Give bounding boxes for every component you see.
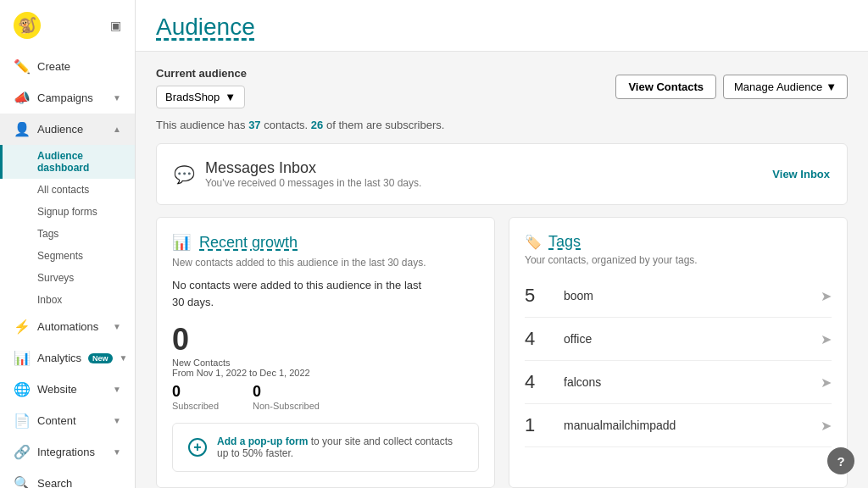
subscribed-stat: 0 Subscribed (172, 383, 219, 411)
sidebar-item-analytics-label: Analytics (37, 352, 81, 364)
tag-send-icon-boom[interactable]: ➤ (821, 288, 832, 304)
sidebar-item-automations-label: Automations (37, 320, 106, 333)
sidebar-navigation: ✏️ Create 📣 Campaigns ▼ 👤 Audience ▲ Aud… (0, 51, 135, 488)
tag-count-falcons: 4 (525, 371, 550, 393)
page-title: Audience (156, 14, 848, 41)
no-contacts-message: No contacts were added to this audience … (172, 277, 479, 310)
sidebar-subitem-signup-forms[interactable]: Signup forms (0, 201, 135, 223)
sidebar-item-content[interactable]: 📄 Content ▼ (0, 405, 135, 436)
main-content: Audience Current audience BradsShop ▼ Vi… (136, 0, 868, 488)
view-contacts-button[interactable]: View Contacts (615, 75, 716, 99)
audience-chevron: ▲ (113, 125, 121, 134)
analytics-icon: 📊 (14, 350, 31, 366)
audience-dropdown[interactable]: BradsShop ▼ (156, 86, 245, 108)
messages-inbox-card: 💬 Messages Inbox You've received 0 messa… (156, 143, 848, 205)
inbox-card-left: 💬 Messages Inbox You've received 0 messa… (174, 159, 421, 189)
analytics-chevron: ▼ (120, 353, 128, 363)
sidebar-subitem-all-contacts[interactable]: All contacts (0, 179, 135, 201)
sidebar-item-campaigns-label: Campaigns (37, 92, 106, 104)
tag-name-falcons: falcons (550, 375, 821, 389)
sidebar-item-integrations-label: Integrations (37, 446, 106, 458)
tag-send-icon-office[interactable]: ➤ (821, 331, 832, 347)
main-body: Current audience BradsShop ▼ View Contac… (136, 52, 868, 488)
page-header: Audience (136, 0, 868, 52)
website-chevron: ▼ (113, 385, 121, 394)
search-icon: 🔍 (14, 475, 31, 488)
tags-icon: 🏷️ (525, 234, 542, 250)
tags-subtitle: Your contacts, organized by your tags. (525, 254, 832, 266)
recent-growth-card: 📊 Recent growth New contacts added to th… (156, 217, 495, 488)
messages-icon: 💬 (174, 164, 195, 185)
nonsubscribed-stat: 0 Non-Subscribed (253, 383, 320, 411)
inbox-title: Messages Inbox (205, 159, 421, 177)
tag-name-manual: manualmailchimpadd (550, 419, 821, 432)
sidebar-item-content-label: Content (37, 414, 106, 427)
tag-count-manual: 1 (525, 414, 550, 436)
growth-stats-row: 0 Subscribed 0 Non-Subscribed (172, 383, 479, 411)
sidebar-item-analytics[interactable]: 📊 Analytics New ▼ (0, 342, 135, 374)
audience-controls-bar: Current audience BradsShop ▼ View Contac… (156, 65, 848, 108)
sidebar-item-integrations[interactable]: 🔗 Integrations ▼ (0, 436, 135, 468)
sidebar-subitem-segments[interactable]: Segments (0, 245, 135, 267)
date-range-label: From Nov 1, 2022 to Dec 1, 2022 (172, 368, 479, 378)
sidebar-subitem-inbox[interactable]: Inbox (0, 289, 135, 311)
analytics-new-badge: New (88, 353, 113, 363)
new-contacts-count: 0 (172, 322, 479, 358)
recent-growth-header: 📊 Recent growth (172, 233, 479, 252)
tag-row-office: 4 office ➤ (525, 318, 832, 361)
mailchimp-logo[interactable]: 🐒 (14, 12, 41, 39)
sidebar-item-campaigns[interactable]: 📣 Campaigns ▼ (0, 82, 135, 114)
inbox-subtitle: You've received 0 messages in the last 3… (205, 177, 421, 189)
current-audience-label: Current audience BradsShop ▼ (156, 65, 247, 108)
new-contacts-label: New Contacts (172, 358, 479, 368)
website-icon: 🌐 (14, 381, 31, 397)
tags-title[interactable]: Tags (548, 233, 581, 251)
sidebar-item-search[interactable]: 🔍 Search (0, 468, 135, 488)
sidebar-item-website[interactable]: 🌐 Website ▼ (0, 374, 135, 405)
sidebar-item-website-label: Website (37, 383, 106, 396)
manage-audience-button[interactable]: Manage Audience ▼ (723, 75, 848, 99)
campaigns-chevron: ▼ (113, 93, 121, 103)
help-button[interactable]: ? (827, 447, 854, 474)
sidebar-item-create[interactable]: ✏️ Create (0, 51, 135, 82)
integrations-icon: 🔗 (14, 444, 31, 460)
growth-chart-icon: 📊 (172, 233, 191, 252)
integrations-chevron: ▼ (113, 447, 121, 457)
tag-count-boom: 5 (525, 285, 550, 307)
automations-chevron: ▼ (113, 322, 121, 331)
tag-name-office: office (550, 332, 821, 346)
sidebar-item-automations[interactable]: ⚡ Automations ▼ (0, 311, 135, 342)
recent-growth-title[interactable]: Recent growth (199, 234, 298, 252)
automations-icon: ⚡ (14, 319, 31, 335)
two-column-cards: 📊 Recent growth New contacts added to th… (156, 217, 848, 488)
campaigns-icon: 📣 (14, 90, 31, 106)
recent-growth-subtitle: New contacts added to this audience in t… (172, 257, 479, 269)
sidebar-subitem-tags[interactable]: Tags (0, 223, 135, 245)
sidebar-subitem-audience-dashboard[interactable]: Audience dashboard (0, 145, 135, 179)
sidebar-toggle-icon[interactable]: ▣ (110, 19, 121, 32)
content-chevron: ▼ (113, 416, 121, 425)
audience-summary: This audience has 37 contacts. 26 of the… (156, 119, 848, 131)
tag-row-boom: 5 boom ➤ (525, 274, 832, 318)
add-popup-form-link[interactable]: Add a pop-up form (217, 435, 308, 447)
tag-send-icon-manual[interactable]: ➤ (821, 418, 832, 434)
sidebar-logo-area: 🐒 ▣ (0, 0, 135, 51)
sidebar-item-audience-label: Audience (37, 123, 106, 136)
tags-card: 🏷️ Tags Your contacts, organized by your… (509, 217, 848, 488)
popup-form-banner: + Add a pop-up form to your site and col… (172, 423, 479, 472)
tag-count-office: 4 (525, 328, 550, 350)
audience-action-buttons: View Contacts Manage Audience ▼ (615, 75, 848, 99)
tag-row-manualmailchimpadd: 1 manualmailchimpadd ➤ (525, 404, 832, 447)
view-inbox-link[interactable]: View Inbox (772, 168, 830, 180)
sidebar-item-search-label: Search (37, 477, 121, 488)
audience-icon: 👤 (14, 121, 31, 137)
tag-send-icon-falcons[interactable]: ➤ (821, 374, 832, 391)
sidebar-item-audience[interactable]: 👤 Audience ▲ (0, 114, 135, 145)
popup-plus-icon[interactable]: + (188, 438, 207, 457)
create-icon: ✏️ (14, 58, 31, 75)
tags-card-header: 🏷️ Tags (525, 233, 832, 251)
inbox-card-text: Messages Inbox You've received 0 message… (205, 159, 421, 189)
manage-chevron-icon: ▼ (826, 80, 837, 93)
sidebar-item-create-label: Create (37, 60, 121, 73)
sidebar-subitem-surveys[interactable]: Surveys (0, 267, 135, 289)
